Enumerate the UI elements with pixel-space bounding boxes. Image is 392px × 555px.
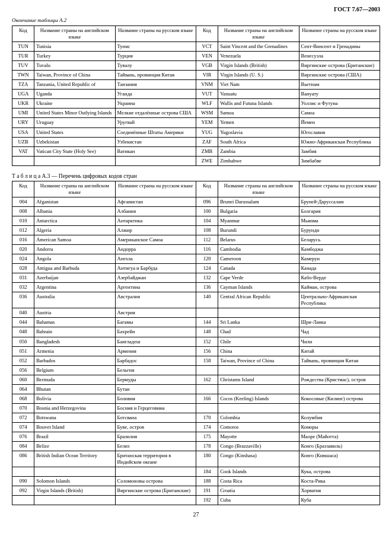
col-header-code4: Код (196, 181, 218, 197)
table-row: 036AustraliaАвстралия140Central African … (12, 292, 380, 308)
table-row: 048BahrainБахрейн148ChadЧад (12, 327, 380, 337)
table-row: 090Solomon IslandsСоломоновы острова188C… (12, 477, 380, 486)
table-a2-title: Окончание таблицы А.2 (12, 17, 380, 23)
table-row: ZWEZimbabweЗимбабве (12, 156, 380, 165)
table-a3: Код Название страны на английском языке … (12, 181, 380, 506)
table-row: UZBUzbekistanУзбекистанZAFSouth AfricaЮж… (12, 137, 380, 146)
table-row: 184Cook IslandsКука, острова (12, 467, 380, 477)
col-header-ru2: Название страны на русском языке (299, 26, 380, 42)
table-row: UMIUnited States Minor Outlying IslandsМ… (12, 109, 380, 118)
col-header-code2: Код (196, 26, 218, 42)
table-row: USAUnited StatesСоединённые Штаты Америк… (12, 127, 380, 137)
table-row: 074Bouvet IslandБуве, остров174ComorosКо… (12, 422, 380, 432)
table-row: 012AlgeriaАлжир108BurundiБурунди (12, 225, 380, 235)
table-row: TWNTaiwan, Province of ChinaТайвань, про… (12, 71, 380, 80)
col-header-ru4: Название страны на русском языке (299, 181, 380, 197)
table-row: 064BhutanБутан (12, 384, 380, 394)
table-row: 031AzerbaijanАзербайджан132Cape VerdeКаб… (12, 273, 380, 283)
table-row: 060BermudaБермуды162Christams IslandРожд… (12, 375, 380, 384)
table-row: 051ArmeniaАрмения156ChinaКитай (12, 346, 380, 356)
table-row: 192CubaКуба (12, 496, 380, 505)
table-row: 010AntarcticaАнтарктика104MyanmarМьянма (12, 216, 380, 225)
table-row: UKRUkraineУкраинаWLFWallis and Futuna Is… (12, 99, 380, 109)
table-row: VATVatican City State (Holy See)ВатиканZ… (12, 146, 380, 156)
table-row: 028Antigua and BarbudaАнтигуа и Барбуда1… (12, 264, 380, 273)
col-header-en4: Название страны на английском языке (218, 181, 299, 197)
table-row: 032ArgentinaАргентина136Cayman IslandsКа… (12, 283, 380, 292)
table-row: 086British Indian Ocean TerritoryБританс… (12, 451, 380, 467)
table-row: 056BelgiumБельгия (12, 365, 380, 375)
table-row: 004AfganistanАфганистан096Brunei Darussa… (12, 197, 380, 206)
col-header-ru1: Название страны на русском языке (115, 26, 196, 42)
table-row: 084BelizeБелиз178Congo (Brazzaville)Конг… (12, 442, 380, 451)
table-row: UGAUgandaУгандаVUTVanuatuВануату (12, 90, 380, 99)
table-row: TZATanzania, United Republic ofТанзанияV… (12, 80, 380, 90)
table-row: 072BotswanaБотсвана170ColombiaКолумбия (12, 413, 380, 422)
table-row: 020AndorraАндорра116CambodiaКамбоджа (12, 245, 380, 254)
table-row: TURTurkeyТурцияVENVenezuelaВенесуэла (12, 52, 380, 61)
page-number: 27 (12, 511, 380, 518)
table-row: 016American SamoaАмериканское Самоа112Be… (12, 235, 380, 244)
table-row: 052BarbadosБарбадос158Taiwan, Province o… (12, 356, 380, 365)
table-row: 044BahamasБагамы144Sri LankaШри-Ланка (12, 318, 380, 327)
table-a2: Код Название страны на английском языке … (12, 25, 380, 166)
col-header-code3: Код (12, 181, 34, 197)
table-row: TUNTunisiaТунисVCTSaint Vincent and the … (12, 42, 380, 52)
table-row: 050BangladeshБангладеш152ChileЧили (12, 337, 380, 346)
col-header-ru3: Название страны на русском языке (115, 181, 196, 197)
table-row: 092Virgin Islands (British)Виргинские ос… (12, 486, 380, 496)
table-row: 024AngolaАнгола120CameroonКамерун (12, 254, 380, 264)
table-row: 040AustriaАвстрия (12, 308, 380, 318)
table-row: TUVTuvaluТувалуVGBVirgin Islands (Britis… (12, 61, 380, 71)
table-row: 076BrazilБразилия175MayotteМаоре (Майотт… (12, 432, 380, 441)
header-right: ГОСТ 7.67—2003 (12, 6, 380, 12)
table-a3-title: Т а б л и ц а А.3 — Перечень цифровых ко… (12, 173, 380, 179)
table-row: 068BoliviaБоливия166Cocos (Keeling) Isla… (12, 394, 380, 403)
col-header-en3: Название страны на английском языке (34, 181, 115, 197)
col-header-code1: Код (12, 26, 34, 42)
col-header-en2: Название страны на английском языке (218, 26, 299, 42)
col-header-en1: Название страны на английском языке (34, 26, 115, 42)
table-row: URYUruguayУругвайYEMYemenЙемен (12, 118, 380, 127)
table-row: 070Bosnia and HerzegovinaБосния и Герцег… (12, 403, 380, 413)
table-row: 008AlbaniaАлбания100BulgariaБолгария (12, 206, 380, 216)
